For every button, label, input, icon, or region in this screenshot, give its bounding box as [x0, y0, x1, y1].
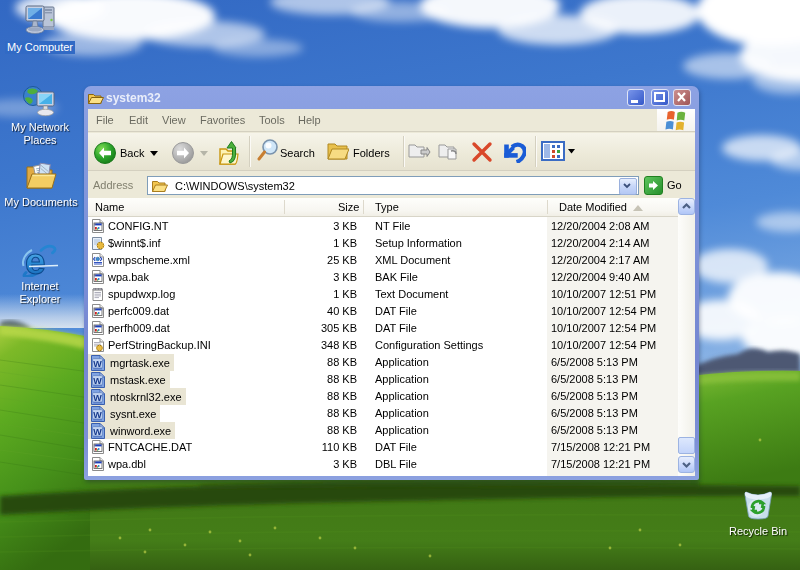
svg-text:e: e	[25, 243, 46, 277]
